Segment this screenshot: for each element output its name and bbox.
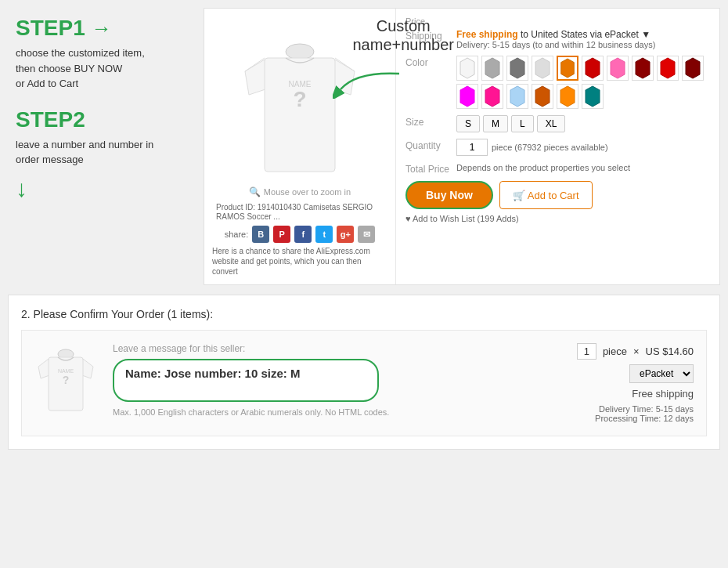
quantity-row: Quantity piece (67932 pieces available) bbox=[405, 139, 710, 156]
svg-marker-13 bbox=[561, 59, 575, 78]
step2-title: STEP2 bbox=[16, 107, 196, 132]
color-swatch-red[interactable] bbox=[582, 56, 604, 81]
color-swatch-red2[interactable] bbox=[657, 56, 679, 81]
order-message-input[interactable] bbox=[113, 359, 379, 402]
step2-desc-line2: order message bbox=[16, 154, 84, 165]
color-swatches-container bbox=[456, 56, 710, 109]
svg-marker-12 bbox=[535, 58, 550, 78]
share-note: Here is a chance to share the AliExpress… bbox=[212, 246, 387, 277]
share-label: share: bbox=[225, 230, 249, 239]
product-image-area: Custom name+number bbox=[204, 9, 396, 284]
quantity-label: Quantity bbox=[405, 139, 456, 151]
color-swatch-teal[interactable] bbox=[582, 84, 604, 109]
shipping-method-row: ePacket bbox=[629, 364, 694, 383]
share-googleplus-button[interactable]: g+ bbox=[337, 226, 354, 243]
svg-marker-24 bbox=[586, 86, 600, 107]
size-xl-button[interactable]: XL bbox=[537, 115, 566, 132]
svg-marker-14 bbox=[586, 58, 600, 78]
color-swatch-gray[interactable] bbox=[481, 56, 503, 81]
share-row: share: B P f t g+ ✉ bbox=[221, 226, 380, 243]
buy-now-button[interactable]: Buy Now bbox=[405, 181, 493, 209]
wishlist-link[interactable]: ♥ Add to Wish List (199 Adds) bbox=[405, 214, 519, 223]
color-swatch-white[interactable] bbox=[456, 56, 478, 81]
svg-text:?: ? bbox=[63, 374, 70, 386]
quantity-input[interactable] bbox=[456, 139, 488, 156]
total-value: Depends on the product properties you se… bbox=[456, 162, 710, 173]
order-content: ? NAME Leave a message for this seller: … bbox=[21, 330, 707, 436]
product-details: Price Shipping Free shipping to United S… bbox=[396, 9, 719, 284]
svg-text:?: ? bbox=[293, 87, 306, 111]
color-swatch-lightgray[interactable] bbox=[532, 56, 553, 81]
action-buttons: Buy Now 🛒 Add to Cart bbox=[405, 181, 710, 209]
order-message-note: Max. 1,000 English characters or Arabic … bbox=[113, 407, 395, 417]
down-arrow-icon: ↓ bbox=[16, 175, 196, 202]
size-buttons-container: S M L XL bbox=[456, 115, 710, 132]
color-swatch-orange2[interactable] bbox=[557, 84, 578, 109]
step1-label: STEP1 bbox=[16, 16, 85, 41]
color-swatch-darkred[interactable] bbox=[632, 56, 654, 81]
svg-marker-17 bbox=[661, 58, 675, 78]
color-swatch-lightblue[interactable] bbox=[506, 84, 528, 109]
svg-marker-19 bbox=[460, 86, 474, 107]
shipping-label: Shipping bbox=[405, 29, 456, 42]
size-label: Size bbox=[405, 115, 456, 128]
order-quantity: 1 bbox=[577, 343, 596, 360]
shipping-method-select[interactable]: ePacket bbox=[629, 364, 694, 383]
svg-marker-18 bbox=[686, 58, 700, 78]
size-l-button[interactable]: L bbox=[511, 115, 534, 132]
top-section: STEP1 → choose the customized item, then… bbox=[8, 8, 720, 285]
free-shipping-text: Free shipping bbox=[456, 29, 518, 40]
svg-marker-10 bbox=[485, 58, 499, 78]
share-email-button[interactable]: ✉ bbox=[358, 226, 375, 243]
order-delivery-time: Delivery Time: 5-15 days Processing Time… bbox=[595, 404, 694, 423]
step1-description: choose the customized item, then choose … bbox=[16, 45, 196, 92]
color-swatches bbox=[456, 56, 710, 109]
color-swatch-orange-selected[interactable] bbox=[557, 56, 578, 81]
confirm-title: 2. Please Confirm Your Order (1 items): bbox=[21, 308, 707, 320]
epacket-dropdown[interactable]: ▼ bbox=[641, 29, 651, 40]
order-free-shipping: Free shipping bbox=[632, 388, 694, 400]
quantity-price-row: 1 piece × US $14.60 bbox=[577, 343, 694, 360]
quantity-container: piece (67932 pieces available) bbox=[456, 139, 710, 156]
svg-point-1 bbox=[286, 44, 314, 60]
color-swatch-pink[interactable] bbox=[607, 56, 629, 81]
zoom-icon: 🔍 bbox=[249, 186, 261, 197]
step2-description: leave a number and number in order messa… bbox=[16, 137, 196, 168]
color-swatch-maroon[interactable] bbox=[682, 56, 704, 81]
jersey-svg: ? NAME bbox=[237, 28, 362, 181]
share-twitter-button[interactable]: t bbox=[315, 226, 333, 243]
size-s-button[interactable]: S bbox=[456, 115, 480, 132]
svg-text:NAME: NAME bbox=[58, 368, 74, 374]
main-container: STEP1 → choose the customized item, then… bbox=[0, 0, 728, 458]
share-facebook-button[interactable]: f bbox=[294, 226, 312, 243]
order-price: US $14.60 bbox=[646, 346, 694, 357]
svg-marker-16 bbox=[636, 58, 650, 78]
color-swatch-burnt[interactable] bbox=[532, 84, 553, 109]
shipping-delivery: Delivery: 5-15 days (to and within 12 bu… bbox=[456, 40, 710, 49]
total-note: Depends on the product properties you se… bbox=[456, 163, 630, 172]
share-pinterest-button[interactable]: P bbox=[273, 226, 290, 243]
order-message-label: Leave a message for this seller: bbox=[113, 343, 395, 354]
price-label: Price bbox=[405, 16, 710, 26]
order-shirt-image: ? NAME bbox=[34, 343, 97, 416]
add-to-cart-button[interactable]: 🛒 Add to Cart bbox=[499, 181, 593, 209]
color-swatch-magenta[interactable] bbox=[456, 84, 478, 109]
step1-desc-line1: choose the customized item, bbox=[16, 47, 145, 59]
svg-marker-23 bbox=[560, 86, 575, 107]
color-label: Color bbox=[405, 56, 456, 68]
jersey-image: ? NAME bbox=[237, 28, 362, 183]
size-buttons: S M L XL bbox=[456, 115, 710, 132]
size-m-button[interactable]: M bbox=[483, 115, 508, 132]
step1-desc-line2: then choose BUY NOW bbox=[16, 63, 122, 74]
step2-desc-line1: leave a number and number in bbox=[16, 139, 153, 150]
quantity-available: piece (67932 pieces available) bbox=[492, 143, 608, 152]
total-label: Total Price bbox=[405, 162, 456, 175]
svg-marker-20 bbox=[485, 86, 499, 107]
svg-marker-9 bbox=[460, 58, 474, 78]
color-swatch-darkgray[interactable] bbox=[506, 56, 528, 81]
total-row: Total Price Depends on the product prope… bbox=[405, 162, 710, 175]
svg-marker-11 bbox=[510, 58, 524, 78]
color-swatch-hotpink[interactable] bbox=[481, 84, 503, 109]
share-vk-button[interactable]: B bbox=[252, 226, 269, 243]
wishlist-row: ♥ Add to Wish List (199 Adds) bbox=[405, 214, 710, 223]
